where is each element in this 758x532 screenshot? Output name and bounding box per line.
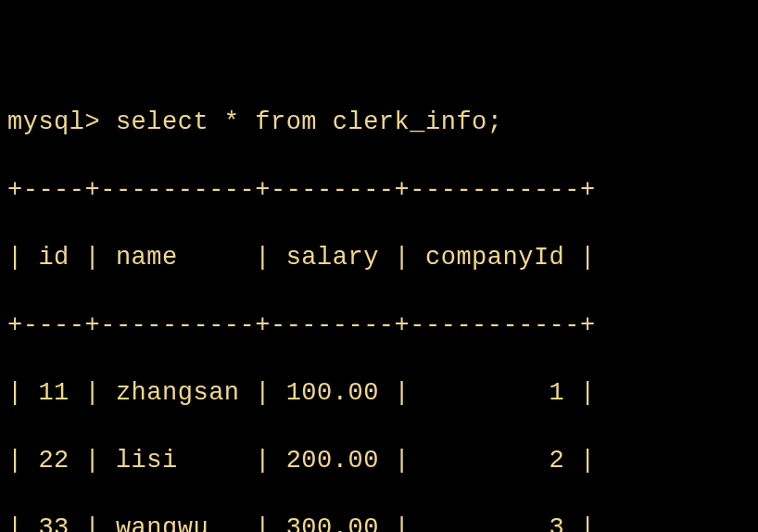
table-row: | 11 | zhangsan | 100.00 | 1 | bbox=[7, 376, 751, 410]
table-border-top: +----+----------+--------+-----------+ bbox=[7, 173, 751, 207]
table-row: | 22 | lisi | 200.00 | 2 | bbox=[7, 444, 751, 477]
table-border-header: +----+----------+--------+-----------+ bbox=[7, 309, 751, 342]
table-row: | 33 | wangwu | 300.00 | 3 | bbox=[7, 512, 751, 532]
table-header-row: | id | name | salary | companyId | bbox=[7, 241, 751, 274]
sql-query: select * from clerk_info; bbox=[116, 108, 503, 136]
mysql-prompt: mysql> bbox=[7, 108, 116, 136]
query-line: mysql> select * from clerk_info; bbox=[7, 106, 751, 139]
